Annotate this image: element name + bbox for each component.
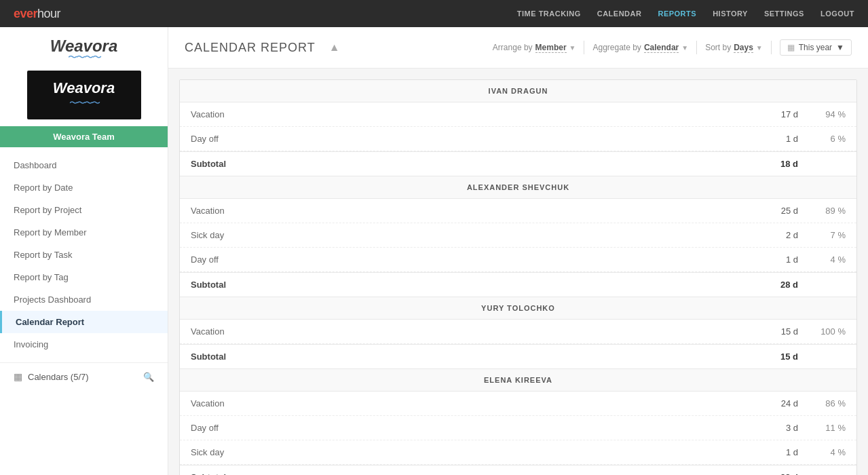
drive-icon[interactable]: ▲ [329,41,340,54]
subtotal-days: 18 d [744,159,798,169]
subtotal-days: 28 d [744,280,798,290]
nav-time-tracking[interactable]: TIME TRACKING [517,10,581,18]
page-title: CALENDAR REPORT [185,41,316,55]
app-logo: everhour [14,7,60,21]
table-row: Sick day1 d4 % [180,440,856,465]
calendar-grid-icon: ▦ [787,43,795,52]
arrange-value[interactable]: Member [535,43,567,53]
nav-links: TIME TRACKING CALENDAR REPORTS HISTORY S… [517,10,854,18]
table-row: Day off1 d4 % [180,248,856,272]
group-header-yury-tolochko: YURY TOLOCHKO [180,297,856,320]
sidebar-item-invoicing[interactable]: Invoicing [0,333,168,356]
sort-value[interactable]: Days [734,43,753,53]
main-layout: Weavora 〜〜〜〜 Weavora 〜〜〜〜 Weavora Team D… [0,27,868,475]
row-pct: 89 % [798,206,846,216]
nav-history[interactable]: HISTORY [713,10,748,18]
sidebar-item-report-by-tag[interactable]: Report by Tag [0,266,168,288]
date-range-button[interactable]: ▦ This year ▼ [780,39,852,56]
search-icon[interactable]: 🔍 [143,372,154,382]
calendar-icon: ▦ [14,371,22,382]
main-content: CALENDAR REPORT ▲ Arrange by Member ▼ Ag… [168,27,868,475]
sidebar-item-report-by-member[interactable]: Report by Member [0,221,168,244]
date-range-label: This year [799,43,832,52]
aggregate-arrow: ▼ [681,44,688,52]
calendars-label: Calendars (5/7) [28,372,89,382]
table-row: Sick day2 d7 % [180,223,856,248]
row-days: 17 d [744,109,798,119]
row-days: 1 d [744,447,798,457]
sidebar-item-report-by-date[interactable]: Report by Date [0,176,168,199]
team-selector-button[interactable]: Weavora Team [0,126,168,147]
subtotal-row: Subtotal28 d [180,272,856,297]
subtotal-label: Subtotal [191,352,744,362]
sidebar-item-dashboard[interactable]: Dashboard [0,154,168,176]
subtotal-label: Subtotal [191,280,744,290]
sidebar: Weavora 〜〜〜〜 Weavora 〜〜〜〜 Weavora Team D… [0,27,168,475]
aggregate-label: Aggregate by [592,43,641,52]
calendars-section[interactable]: ▦ Calendars (5/7) 🔍 [0,362,168,390]
sidebar-item-projects-dashboard[interactable]: Projects Dashboard [0,288,168,311]
row-pct: 11 % [798,423,846,433]
report-container: IVAN DRAGUNVacation17 d94 %Day off1 d6 %… [179,79,857,475]
subtotal-days: 15 d [744,352,798,362]
top-navigation: everhour TIME TRACKING CALENDAR REPORTS … [0,0,868,27]
group-header-elena-kireeva: ELENA KIREEVA [180,369,856,392]
subtotal-row: Subtotal15 d [180,344,856,369]
nav-reports[interactable]: REPORTS [658,10,696,18]
header-controls: Arrange by Member ▼ Aggregate by Calenda… [493,39,852,56]
sort-control: Sort by Days ▼ [705,43,763,53]
page-header: CALENDAR REPORT ▲ Arrange by Member ▼ Ag… [168,27,868,69]
row-label: Vacation [191,206,744,216]
aggregate-control: Aggregate by Calendar ▼ [592,43,688,53]
sidebar-nav: Dashboard Report by Date Report by Proje… [0,147,168,362]
row-days: 2 d [744,230,798,240]
table-row: Day off1 d6 % [180,127,856,151]
subtotal-days: 28 d [744,472,798,475]
aggregate-value[interactable]: Calendar [644,43,679,53]
table-row: Vacation25 d89 % [180,199,856,223]
table-row: Day off3 d11 % [180,416,856,440]
row-label: Vacation [191,398,744,408]
group-header-ivan-dragun: IVAN DRAGUN [180,80,856,102]
subtotal-label: Subtotal [191,159,744,169]
row-days: 3 d [744,423,798,433]
divider-1 [584,41,584,54]
row-pct: 4 % [798,447,846,457]
subtotal-row: Subtotal28 d [180,465,856,475]
subtotal-label: Subtotal [191,472,744,475]
row-label: Vacation [191,109,744,119]
group-header-alexander-shevchuk: ALEXANDER SHEVCHUK [180,176,856,199]
row-label: Vacation [191,326,744,337]
arrange-control: Arrange by Member ▼ [493,43,576,53]
row-pct: 100 % [798,326,846,337]
sidebar-logo-dark-box: Weavora 〜〜〜〜 [27,71,141,119]
row-label: Sick day [191,230,744,240]
sidebar-item-calendar-report[interactable]: Calendar Report [0,311,168,333]
arrange-label: Arrange by [493,43,533,52]
row-pct: 94 % [798,109,846,119]
date-range-arrow: ▼ [836,43,844,52]
sidebar-item-report-by-project[interactable]: Report by Project [0,199,168,221]
row-label: Sick day [191,447,744,457]
sort-arrow: ▼ [756,44,763,52]
row-pct: 86 % [798,398,846,408]
subtotal-row: Subtotal18 d [180,151,856,176]
nav-logout[interactable]: LOGOUT [820,10,854,18]
table-row: Vacation24 d86 % [180,392,856,416]
sidebar-logo-area: Weavora 〜〜〜〜 Weavora 〜〜〜〜 [0,27,168,119]
row-days: 24 d [744,398,798,408]
nav-settings[interactable]: SETTINGS [764,10,804,18]
sidebar-item-report-by-task[interactable]: Report by Task [0,244,168,266]
row-days: 15 d [744,326,798,337]
nav-calendar[interactable]: CALENDAR [597,10,642,18]
sidebar-logo-wave: 〜〜〜〜 [14,52,154,64]
row-days: 1 d [744,134,798,144]
row-days: 1 d [744,254,798,265]
sort-label: Sort by [705,43,731,52]
row-label: Day off [191,254,744,265]
row-pct: 4 % [798,254,846,265]
table-row: Vacation15 d100 % [180,320,856,344]
row-pct: 6 % [798,134,846,144]
table-row: Vacation17 d94 % [180,102,856,127]
divider-2 [696,41,697,54]
